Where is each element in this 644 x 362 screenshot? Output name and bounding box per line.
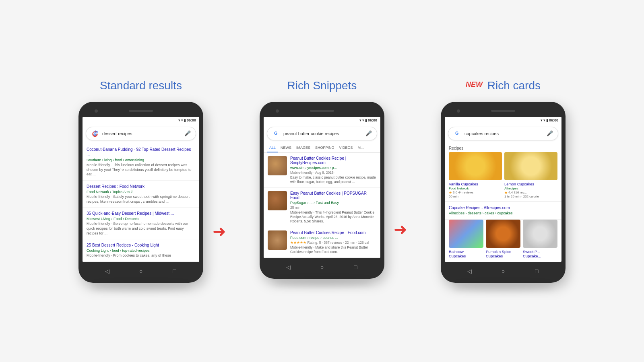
phone-top-snippets	[264, 107, 380, 115]
tab-shopping[interactable]: SHOPPING	[313, 144, 337, 152]
snippet-meta-0: Mobile-friendly · Aug 8, 2015 ·	[290, 171, 376, 175]
second-section-title[interactable]: Cupcake Recipes - Allrecipes.com	[449, 205, 557, 210]
status-icons-standard: ▾ ▾ ▮	[178, 118, 186, 122]
tab-news[interactable]: NEWS	[278, 144, 294, 152]
camera-richcards	[457, 109, 460, 113]
card-rating-vanilla: ★ 3.6 44 reviews	[449, 191, 502, 195]
snippet-rating-2: ★★★★★ Rating: 5 · 367 reviews · 22 min ·…	[290, 241, 376, 245]
square-btn-richcards[interactable]: □	[533, 267, 540, 275]
square-btn-standard[interactable]: □	[171, 267, 178, 275]
phone-bottom-snippets: ◁ ○ □	[264, 261, 380, 273]
snippet-content-1: Easy Peanut Butter Cookies | POPSUGAR Fo…	[290, 191, 376, 224]
signal-icon: ▾	[181, 118, 183, 122]
rating-text-2: Rating: 5 · 367 reviews · 22 min ·	[307, 241, 357, 245]
richcards-section: NEW Rich cards ▾ ▾ ▮ 06:00	[441, 79, 566, 283]
snippet-title-1[interactable]: Easy Peanut Butter Cookies | POPSUGAR Fo…	[290, 191, 376, 200]
card-sweet[interactable]: Sweet P... Cupcake...	[523, 220, 557, 259]
time-lemon: 1 hr 25 min	[504, 195, 520, 198]
snippet-desc-1: Mobile-friendly · This 4-Ingredient Pean…	[290, 210, 376, 224]
stars-lemon: ★	[504, 191, 508, 195]
status-time-richcards: 06:00	[549, 118, 558, 122]
back-btn-snippets[interactable]: ◁	[285, 263, 292, 271]
tab-images[interactable]: IMAGES	[294, 144, 313, 152]
screen-richcards: ▾ ▾ ▮ 06:00 G cupcakes recipes 🎤 Recipes	[445, 117, 561, 262]
card-source-vanilla: Food Network	[449, 187, 502, 190]
snippet-thumb-1	[268, 191, 287, 210]
search-query-snippets: peanut butter cookie recipes	[283, 131, 365, 136]
screen-standard: ▾ ▾ ▮ 06:00 G dessert recipe	[83, 117, 199, 262]
card-rating-lemon: ★ 4.4 316 rev...	[504, 191, 557, 195]
status-bar-snippets: ▾ ▾ ▮ 06:00	[264, 117, 380, 123]
card-name-sweet: Sweet P... Cupcake...	[523, 249, 557, 258]
result-title-0[interactable]: Coconut-Banana Pudding - 92 Top-Rated De…	[87, 147, 195, 157]
snippet-url-1: PopSugar › ... › Fast and Easy	[290, 201, 376, 205]
card-meta-lemon: 1 hr 25 min · 232 calorie	[504, 195, 557, 198]
search-query-standard: dessert recipes	[102, 131, 184, 136]
result-url-0: Southern Living › food › entertaining	[87, 158, 195, 162]
snippet-meta-1: 25 min	[290, 206, 376, 210]
back-btn-richcards[interactable]: ◁	[466, 267, 473, 275]
search-bar-snippets[interactable]: G peanut butter cookie recipes 🎤	[267, 127, 377, 140]
tab-more[interactable]: M...	[355, 144, 366, 152]
result-snippet-1: Mobile-friendly · Satisfy your sweet too…	[87, 195, 195, 204]
wifi-icon-r: ▾	[541, 118, 543, 122]
second-section-url: Allrecipes › desserts › cakes › cupcakes	[449, 211, 557, 215]
snippet-content-0: Peanut Butter Cookies Recipe | SimplyRec…	[290, 156, 376, 184]
reviews-vanilla: 44 reviews	[458, 191, 473, 194]
phone-richcards: ▾ ▾ ▮ 06:00 G cupcakes recipes 🎤 Recipes	[441, 102, 566, 283]
card-lemon[interactable]: Lemon Cupcakes Allrecipes ★ 4.4 316 rev.…	[504, 152, 557, 198]
rating-vanilla: 3.6	[453, 191, 457, 194]
snippet-thumb-0	[268, 156, 287, 175]
card-img-pumpkin	[486, 220, 520, 248]
result-title-3[interactable]: 25 Best Dessert Recipes - Cooking Light	[87, 243, 195, 248]
signal-icon-s: ▾	[362, 118, 364, 122]
home-btn-richcards[interactable]: ○	[500, 267, 507, 275]
stars-vanilla: ★	[449, 191, 452, 195]
card-pumpkin[interactable]: Pumpkin Spice Cupcakes	[486, 220, 520, 259]
mic-icon-snippets[interactable]: 🎤	[365, 130, 372, 136]
snippet-desc-2: Mobile-friendly · Make and share this Pe…	[290, 245, 376, 254]
cards-section-label: Recipes	[445, 144, 561, 152]
result-title-1[interactable]: Dessert Recipes : Food Network	[87, 184, 195, 189]
search-bar-standard[interactable]: G dessert recipes 🎤	[86, 127, 196, 140]
arrow-1: ➜	[213, 222, 226, 241]
standard-section: Standard results ▾ ▾ ▮ 06:00	[78, 79, 203, 283]
result-url-3: Cooking Light › food › top-rated-recipes	[87, 249, 195, 253]
search-query-richcards: cupcakes recipes	[464, 131, 547, 136]
card-rainbow[interactable]: Rainbow Cupcakes	[449, 220, 483, 259]
snippet-content-2: Peanut Butter Cookies Recipe - Food.com …	[290, 230, 376, 254]
battery-icon: ▮	[184, 118, 186, 122]
google-logo-richcards: G	[453, 130, 461, 138]
snippet-item-1: Easy Peanut Butter Cookies | POPSUGAR Fo…	[264, 188, 380, 227]
snippet-title-0[interactable]: Peanut Butter Cookies Recipe | SimplyRec…	[290, 156, 376, 165]
card-name-lemon: Lemon Cupcakes	[504, 182, 557, 186]
speaker-richcards	[491, 110, 515, 112]
card-img-sweet	[523, 220, 557, 248]
home-btn-snippets[interactable]: ○	[318, 263, 326, 271]
google-logo-snippets: G	[272, 130, 280, 138]
mic-icon-richcards[interactable]: 🎤	[547, 130, 553, 136]
wifi-icon: ▾	[178, 118, 180, 122]
snippet-item-0: Peanut Butter Cookies Recipe | SimplyRec…	[264, 153, 380, 188]
back-btn-standard[interactable]: ◁	[104, 267, 111, 275]
tab-videos[interactable]: VIDEOS	[337, 144, 355, 152]
svg-text:G: G	[94, 132, 97, 136]
tabs-bar: ALL NEWS IMAGES SHOPPING VIDEOS M...	[264, 144, 380, 153]
google-logo-standard: G	[91, 130, 99, 138]
card-vanilla[interactable]: Vanilla Cupcakes Food Network ★ 3.6 44 r…	[449, 152, 502, 198]
card-img-rainbow	[449, 220, 483, 248]
battery-icon-s: ▮	[365, 118, 367, 122]
tab-all[interactable]: ALL	[267, 144, 278, 152]
snippet-title-2[interactable]: Peanut Butter Cookies Recipe - Food.com	[290, 230, 376, 235]
card-source-lemon: Allrecipes	[504, 187, 557, 190]
mic-icon-standard[interactable]: 🎤	[184, 130, 191, 136]
card-img-lemon	[504, 152, 557, 180]
status-time-snippets: 06:00	[368, 118, 377, 122]
snippet-item-2: Peanut Butter Cookies Recipe - Food.com …	[264, 227, 380, 258]
home-btn-standard[interactable]: ○	[137, 267, 144, 275]
result-title-2[interactable]: 35 Quick-and-Easy Dessert Recipes | Midw…	[87, 211, 195, 216]
square-btn-snippets[interactable]: □	[352, 263, 359, 271]
snippet-url-2: Food.com › recipe › peanut-...	[290, 236, 376, 240]
search-bar-richcards[interactable]: G cupcakes recipes 🎤	[448, 127, 558, 140]
cal-text-2: 126 cal	[358, 241, 369, 245]
